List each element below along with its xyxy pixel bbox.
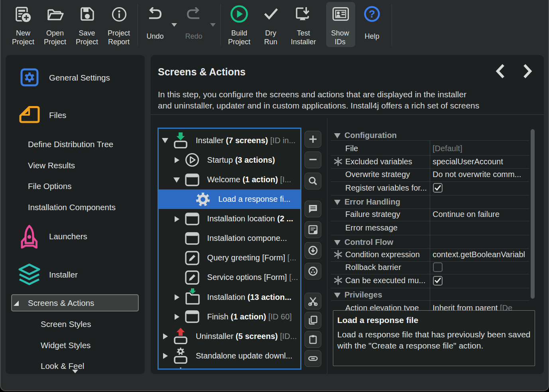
- svg-text:?: ?: [369, 8, 375, 20]
